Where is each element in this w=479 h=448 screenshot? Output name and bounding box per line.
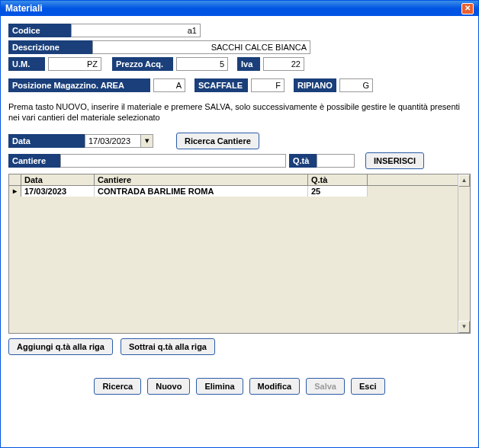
grid-scrollbar[interactable]: ▲ ▼ [458, 174, 470, 333]
qta-input[interactable] [317, 154, 355, 168]
grid: Data Cantiere Q.tà ▸ 17/03/2023 CONTRADA… [8, 174, 471, 334]
um-label: U.M. [8, 57, 45, 71]
salva-button[interactable]: Salva [306, 378, 345, 395]
cantiere-input[interactable] [60, 154, 286, 168]
prezzo-label: Prezzo Acq. [112, 57, 173, 71]
descrizione-label: Descrizione [8, 40, 92, 54]
scaffale-input[interactable] [251, 78, 285, 92]
sottrai-button[interactable]: Sottrai q.tà alla riga [121, 338, 215, 355]
date-dropdown-button[interactable]: ▾ [141, 134, 153, 148]
um-input[interactable] [48, 57, 101, 71]
grid-header: Data Cantiere Q.tà [9, 174, 458, 186]
codice-input[interactable] [71, 24, 201, 37]
titlebar: Materiali ✕ [1, 1, 478, 16]
prezzo-input[interactable] [176, 57, 228, 71]
inserisci-button[interactable]: INSERISCI [365, 152, 424, 169]
ricerca-button[interactable]: Ricerca [94, 378, 141, 395]
modifica-button[interactable]: Modifica [249, 378, 301, 395]
descrizione-input[interactable] [92, 40, 310, 54]
grid-header-data[interactable]: Data [21, 174, 95, 185]
ripiano-label: RIPIANO [294, 78, 336, 92]
grid-cell-qta[interactable]: 25 [308, 186, 368, 197]
data-input[interactable] [85, 134, 141, 148]
grid-cell-cantiere[interactable]: CONTRADA BARLIME ROMA [95, 186, 308, 197]
ricerca-cantiere-button[interactable]: Ricerca Cantiere [176, 133, 259, 149]
close-button[interactable]: ✕ [461, 3, 474, 14]
scroll-up-icon[interactable]: ▲ [458, 174, 470, 187]
nuovo-button[interactable]: Nuovo [147, 378, 190, 395]
scroll-down-icon[interactable]: ▼ [458, 321, 470, 333]
codice-label: Codice [8, 24, 71, 37]
grid-header-cantiere[interactable]: Cantiere [95, 174, 308, 185]
grid-header-qta[interactable]: Q.tà [308, 174, 368, 185]
cantiere-label: Cantiere [8, 154, 60, 168]
grid-header-selector [9, 174, 21, 185]
data-label: Data [8, 134, 85, 148]
window-title: Materiali [5, 3, 43, 14]
iva-input[interactable] [263, 57, 304, 71]
elimina-button[interactable]: Elimina [196, 378, 243, 395]
grid-header-spacer [368, 174, 458, 185]
grid-body[interactable]: ▸ 17/03/2023 CONTRADA BARLIME ROMA 25 [9, 186, 458, 331]
aggiungi-button[interactable]: Aggiungi q.tà alla riga [8, 338, 113, 355]
grid-cell-spacer [368, 186, 458, 197]
scaffale-label: SCAFFALE [194, 78, 248, 92]
grid-cell-data[interactable]: 17/03/2023 [21, 186, 95, 197]
qta-label: Q.tà [289, 154, 317, 168]
grid-row-indicator: ▸ [9, 186, 21, 197]
instruction-text: Prema tasto NUOVO, inserire il materiale… [8, 101, 471, 123]
iva-label: Iva [237, 57, 260, 71]
posizione-input[interactable] [153, 78, 185, 92]
ripiano-input[interactable] [339, 78, 373, 92]
esci-button[interactable]: Esci [351, 378, 385, 395]
materiali-window: Materiali ✕ Codice Descrizione U.M. Prez… [0, 0, 479, 448]
posizione-label: Posizione Magazzino. AREA [8, 78, 150, 92]
grid-row[interactable]: ▸ 17/03/2023 CONTRADA BARLIME ROMA 25 [9, 186, 458, 197]
